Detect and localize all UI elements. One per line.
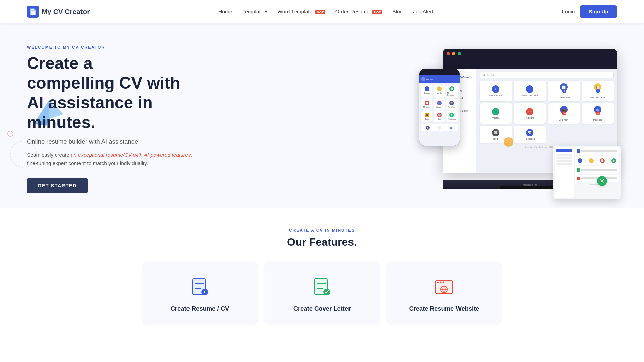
nav-blog[interactable]: Blog [392,9,403,14]
laptop-card-message: ✉ 14 Message [582,103,614,124]
hero-subtitle: Online resume builder with AI assistance [27,138,201,145]
phone-mockup: Hanley + Resume + My CV 📄 My [419,69,460,146]
nav-job-alert[interactable]: Job Alert [413,9,433,14]
order-resume-hot-badge: Hot [372,10,382,14]
navbar: 📄 My CV Creator Home Template ▾ Word Tem… [0,0,644,23]
laptop-card-website: 🌐 Website [480,103,512,124]
feature-card-website: Create Resume Website [387,262,501,323]
tablet-content: + + 📄 📋 [575,147,619,198]
signup-button[interactable]: Sign Up [580,5,617,18]
laptop-card-job-alert: 💼 134 Job Alert [548,103,580,124]
feature-card-resume: Create Resume / CV [143,262,257,323]
phone-avatar [421,77,425,81]
svg-point-19 [440,282,442,283]
nav-cta: Login Sign Up [562,5,617,18]
nav-word-template[interactable]: Word Template Hot [277,9,325,14]
screens-container: Hanley + Resume + My CV 📄 My [416,49,617,189]
laptop-dot-yellow [452,52,455,55]
laptop-card-my-cover: 📋 4 My Cover Letter [582,81,614,101]
chevron-down-icon: ▾ [265,9,267,15]
features-section: CREATE A CV IN MINUTES Our Features. Cre… [0,208,644,344]
phone-card: 📋 My Letter [421,99,432,110]
login-link[interactable]: Login [562,9,575,15]
hero-left: WELCOME TO MY CV CREATOR Create a compel… [27,45,201,193]
nav-links: Home Template ▾ Word Template Hot Order … [218,9,433,15]
hero-right: Hanley + Resume + My CV 📄 My [201,44,617,194]
svg-point-18 [437,282,439,283]
logo-icon: 📄 [27,6,39,18]
features-title: Our Features. [27,236,617,248]
get-started-button[interactable]: GET STARTED [27,178,88,193]
feature-title-resume: Create Resume / CV [171,305,229,312]
hero-description: Seamlessly create an exceptional resume/… [27,151,201,168]
nav-order-resume[interactable]: Order Resume Hot [335,9,382,14]
features-badge: CREATE A CV IN MINUTES [27,228,617,233]
phone-bottom-nav: 🏠 + 👤 [421,124,458,131]
feature-icon-resume [188,276,212,299]
logo[interactable]: 📄 My CV Creator [27,6,90,18]
laptop-card-my-resume: 📄 3 My Resume [548,81,580,101]
hero-section: WELCOME TO MY CV CREATOR Create a compel… [0,23,644,208]
laptop-card-new-resume: + New Resume [480,81,512,101]
laptop-card-new-cover: + New Cover Letter [514,81,546,101]
hero-welcome-text: WELCOME TO MY CV CREATOR [27,45,201,50]
laptop-search: 🔍 Search [480,72,614,78]
feature-title-cover-letter: Create Cover Letter [293,305,351,312]
svg-point-20 [443,282,444,283]
hero-title: Create a compelling CV with AI assistanc… [27,54,201,132]
laptop-dot-red [447,52,450,55]
svg-point-15 [323,289,330,295]
phone-card: 📦 Template [446,99,458,110]
features-cards: Create Resume / CV Create Cover Letter [27,262,617,323]
tablet-mockup: + + 📄 📋 [553,146,621,199]
laptop-card-feedback: 💬 Feedback [514,126,546,143]
deco-orange-circle [504,137,513,147]
laptop-notch [500,186,560,189]
close-button[interactable]: ✕ [597,176,607,186]
laptop-card-grid: + New Resume + New Cover Letter 📄 3 [480,81,614,143]
phone-card: 📄 My Resume [446,85,458,98]
laptop-bar [443,49,617,59]
phone-card: 💼 Jobs [421,111,432,122]
feature-icon-cover-letter [310,276,334,299]
phone-grid: + Resume + My CV 📄 My Resume 📋 [421,85,458,122]
laptop-dot-green [458,52,461,55]
laptop-card-template: 🛒 Template [514,103,546,124]
nav-template[interactable]: Template ▾ [243,9,268,15]
brand-name: My CV Creator [42,8,90,16]
feature-title-website: Create Resume Website [409,305,479,312]
word-template-hot-badge: Hot [315,10,325,14]
phone-card: 🌐 Website [434,99,445,110]
phone-card: + My CV [434,85,445,98]
feature-card-cover-letter: Create Cover Letter [265,262,379,323]
deco-small-circle [7,131,13,137]
phone-card: 📰 Blog [434,111,445,122]
phone-card: + Resume [421,85,432,98]
feature-icon-website [432,276,456,299]
tablet-sidebar [555,147,574,198]
nav-home[interactable]: Home [218,9,232,14]
phone-card: ⭐ Feedback [446,111,458,122]
